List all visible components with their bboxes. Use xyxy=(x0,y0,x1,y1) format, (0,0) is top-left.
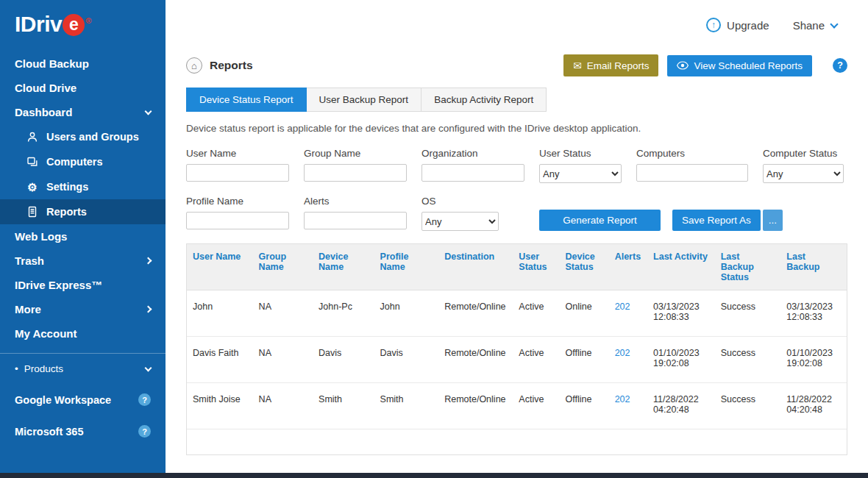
sidebar-item-dashboard[interactable]: Dashboard xyxy=(0,100,166,124)
sidebar-item-cloud-drive[interactable]: Cloud Drive xyxy=(0,76,166,100)
save-report-group: Save Report As ... xyxy=(672,210,783,231)
table-cell: 03/13/2023 12:08:33 xyxy=(780,290,847,337)
alerts-count-link[interactable]: 202 xyxy=(615,348,630,358)
sidebar-item-products[interactable]: • Products xyxy=(0,354,166,384)
alerts-count-link[interactable]: 202 xyxy=(615,302,630,312)
sidebar-item-my-account[interactable]: My Account xyxy=(0,321,166,346)
sidebar-item-label: Web Logs xyxy=(15,230,67,243)
user-menu[interactable]: Shane xyxy=(793,19,837,32)
group-name-label: Group Name xyxy=(304,148,407,159)
sidebar-item-users-and-groups[interactable]: Users and Groups xyxy=(0,124,166,149)
user-status-select[interactable]: Any xyxy=(539,164,622,183)
group-name-input[interactable] xyxy=(304,164,407,182)
table-cell: John-Pc xyxy=(313,290,374,337)
table-cell: Remote/Online xyxy=(438,383,513,429)
field-user-name: User Name xyxy=(186,148,289,183)
computer-status-select[interactable]: Any xyxy=(763,164,844,183)
sidebar-item-trash[interactable]: Trash xyxy=(0,249,166,273)
table-row: Davis FaithNADavisDavisRemote/OnlineActi… xyxy=(187,337,847,383)
table-cell: John xyxy=(374,290,439,337)
table-header-last-backup-status: Last Backup Status xyxy=(715,244,781,290)
logo-text: IDriv xyxy=(15,12,62,36)
sidebar-item-settings[interactable]: ⚙ Settings xyxy=(0,174,166,199)
profile-name-label: Profile Name xyxy=(186,196,289,207)
table-header-alerts: Alerts xyxy=(609,244,647,290)
main-area: ↑ Upgrade Shane ⌂ Reports ✉ Email Report… xyxy=(166,0,868,478)
table-cell: Success xyxy=(715,290,781,337)
view-scheduled-reports-button[interactable]: View Scheduled Reports xyxy=(667,55,812,76)
sidebar-item-microsoft-365[interactable]: Microsoft 365 ? xyxy=(0,415,166,447)
email-reports-label: Email Reports xyxy=(587,60,650,71)
table-cell: Remote/Online xyxy=(438,337,513,383)
upgrade-arrow-icon: ↑ xyxy=(706,18,721,32)
help-badge-icon[interactable]: ? xyxy=(138,393,151,406)
bullet-icon: • xyxy=(15,363,18,374)
alerts-input[interactable] xyxy=(304,212,407,229)
sidebar-item-label: Dashboard xyxy=(15,106,72,118)
table-cell: Online xyxy=(559,290,608,337)
sidebar-item-web-logs[interactable]: Web Logs xyxy=(0,224,166,249)
chevron-down-icon xyxy=(145,364,152,371)
sidebar-item-idrive-express[interactable]: IDrive Express™ xyxy=(0,273,166,297)
table-cell: 202 xyxy=(609,290,647,337)
user-name-input[interactable] xyxy=(186,164,289,182)
help-icon[interactable]: ? xyxy=(833,58,847,73)
users-icon xyxy=(26,131,38,143)
table-cell: 01/10/2023 19:02:08 xyxy=(647,337,715,383)
sidebar-item-label: Trash xyxy=(15,254,44,267)
table-row: JohnNAJohn-PcJohnRemote/OnlineActiveOnli… xyxy=(187,290,847,337)
home-icon[interactable]: ⌂ xyxy=(186,57,202,74)
eye-icon xyxy=(677,61,689,70)
sidebar-item-label: Microsoft 365 xyxy=(15,426,83,438)
profile-name-input[interactable] xyxy=(186,212,289,229)
organization-input[interactable] xyxy=(421,164,524,182)
user-status-label: User Status xyxy=(539,148,622,159)
table-cell: Davis Faith xyxy=(187,337,253,383)
idrive-logo[interactable]: IDrive® xyxy=(0,0,166,44)
table-cell: Davis xyxy=(313,337,374,383)
alerts-count-link[interactable]: 202 xyxy=(615,394,630,404)
sidebar-item-google-workspace[interactable]: Google Workspace ? xyxy=(0,384,166,415)
table-cell: Active xyxy=(513,337,559,383)
field-group-name: Group Name xyxy=(304,148,407,183)
help-badge-icon[interactable]: ? xyxy=(138,425,151,438)
table-header-row: User NameGroup NameDevice NameProfile Na… xyxy=(187,244,847,290)
report-table-container: User NameGroup NameDevice NameProfile Na… xyxy=(186,243,847,455)
logo-e-mark: e xyxy=(63,14,85,36)
email-reports-button[interactable]: ✉ Email Reports xyxy=(563,54,658,76)
sidebar-item-label: Settings xyxy=(46,181,88,193)
table-cell: Remote/Online xyxy=(438,290,513,337)
sidebar-item-label: Cloud Drive xyxy=(15,82,77,94)
os-select[interactable]: Any xyxy=(421,212,499,231)
sidebar-item-label: IDrive Express™ xyxy=(15,279,102,291)
sidebar-item-label: Users and Groups xyxy=(46,131,139,143)
more-options-button[interactable]: ... xyxy=(763,210,783,231)
sidebar: IDrive® Cloud Backup Cloud Drive Dashboa… xyxy=(0,0,166,478)
tab-user-backup-report[interactable]: User Backup Report xyxy=(307,88,422,112)
generate-report-button[interactable]: Generate Report xyxy=(539,210,661,231)
table-header-last-activity: Last Activity xyxy=(647,244,715,290)
tab-backup-activity-report[interactable]: Backup Activity Report xyxy=(421,88,547,112)
save-report-as-button[interactable]: Save Report As xyxy=(672,210,761,231)
sidebar-item-label: More xyxy=(15,303,41,315)
top-header: ↑ Upgrade Shane xyxy=(166,0,868,38)
tab-device-status-report[interactable]: Device Status Report xyxy=(186,88,307,112)
upgrade-button[interactable]: ↑ Upgrade xyxy=(706,18,769,32)
table-header-last-backup: Last Backup xyxy=(780,244,847,290)
table-header-group-name: Group Name xyxy=(253,244,313,290)
sidebar-item-reports[interactable]: Reports xyxy=(0,199,166,224)
table-cell: John xyxy=(187,290,253,337)
filter-form: User Name Group Name Organization User S… xyxy=(186,148,847,231)
sidebar-item-computers[interactable]: Computers xyxy=(0,149,166,174)
alerts-label: Alerts xyxy=(304,196,407,207)
table-header-destination: Destination xyxy=(438,244,513,290)
table-cell: 202 xyxy=(609,383,647,429)
sidebar-item-more[interactable]: More xyxy=(0,297,166,321)
computers-label: Computers xyxy=(636,148,748,159)
page-title: Reports xyxy=(210,59,253,72)
table-cell: Success xyxy=(715,383,781,429)
chevron-right-icon xyxy=(145,257,152,265)
footer-bar xyxy=(0,473,868,478)
sidebar-item-cloud-backup[interactable]: Cloud Backup xyxy=(0,51,166,76)
computers-input[interactable] xyxy=(636,164,748,182)
